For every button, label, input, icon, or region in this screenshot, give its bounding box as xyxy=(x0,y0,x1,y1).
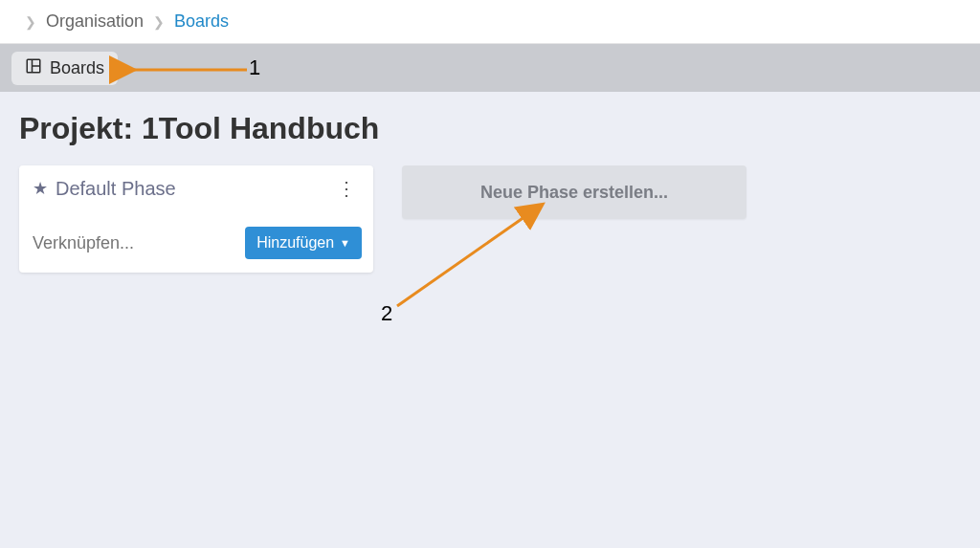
boards-tab-label: Boards xyxy=(50,58,104,78)
toolbar: Boards xyxy=(0,44,980,92)
board-row: ★ Default Phase ⋮ Hinzufügen ▼ Neue Phas… xyxy=(19,165,961,273)
chevron-down-icon: ▼ xyxy=(340,237,350,249)
breadcrumb-organisation[interactable]: Organisation xyxy=(46,11,144,32)
phase-card: ★ Default Phase ⋮ Hinzufügen ▼ xyxy=(19,165,373,273)
phase-card-title: ★ Default Phase xyxy=(33,178,176,200)
breadcrumb: ❯ Organisation ❯ Boards xyxy=(0,0,980,44)
new-phase-label: Neue Phase erstellen... xyxy=(480,183,668,203)
chevron-right-icon: ❯ xyxy=(25,14,36,30)
phase-name: Default Phase xyxy=(56,178,176,200)
boards-tab-button[interactable]: Boards xyxy=(11,52,118,85)
annotation-label-2: 2 xyxy=(381,301,392,326)
page-title: Projekt: 1Tool Handbuch xyxy=(19,111,961,146)
content-area: Projekt: 1Tool Handbuch ★ Default Phase … xyxy=(0,92,980,292)
annotation-label-1: 1 xyxy=(249,55,260,80)
phase-card-footer: Hinzufügen ▼ xyxy=(19,219,373,273)
phase-card-header: ★ Default Phase ⋮ xyxy=(19,165,373,219)
phase-card-menu-button[interactable]: ⋮ xyxy=(333,177,360,200)
chevron-right-icon: ❯ xyxy=(153,14,165,30)
link-input[interactable] xyxy=(33,233,176,253)
add-button[interactable]: Hinzufügen ▼ xyxy=(245,227,362,259)
breadcrumb-boards[interactable]: Boards xyxy=(174,11,229,32)
boards-icon xyxy=(25,57,42,79)
add-button-label: Hinzufügen xyxy=(256,234,334,252)
star-icon: ★ xyxy=(33,178,48,199)
new-phase-button[interactable]: Neue Phase erstellen... xyxy=(402,165,746,219)
